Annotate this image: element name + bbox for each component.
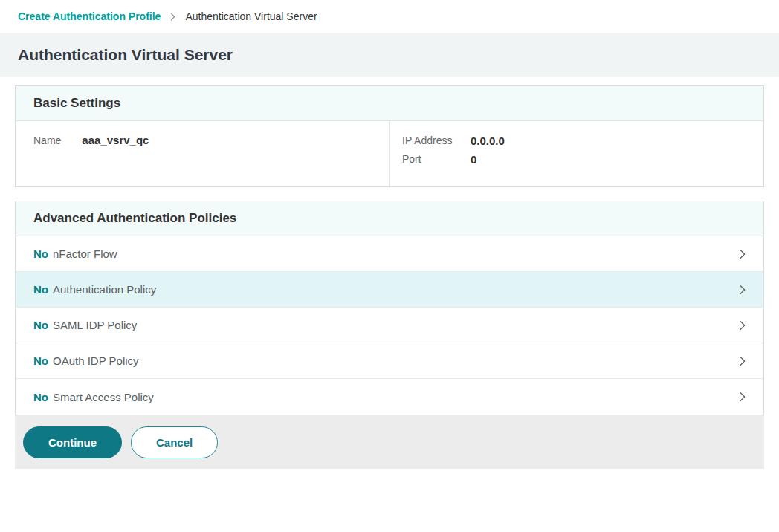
port-value: 0 xyxy=(471,153,476,166)
port-row: Port 0 xyxy=(402,153,751,166)
port-label: Port xyxy=(402,153,471,166)
chevron-right-icon xyxy=(737,284,749,296)
policy-label: OAuth IDP Policy xyxy=(53,354,139,367)
policy-count: No xyxy=(33,283,48,296)
policy-row-smart-access-policy[interactable]: No Smart Access Policy xyxy=(16,379,763,415)
breadcrumb: Create Authentication Profile Authentica… xyxy=(0,0,779,33)
chevron-right-icon xyxy=(737,248,749,260)
page-title: Authentication Virtual Server xyxy=(18,46,233,64)
policy-count: No xyxy=(33,391,48,403)
advanced-policies-card: Advanced Authentication Policies No nFac… xyxy=(15,201,764,415)
cancel-button[interactable]: Cancel xyxy=(131,426,218,458)
basic-settings-title: Basic Settings xyxy=(33,96,746,111)
policy-count: No xyxy=(33,247,48,260)
ip-address-value: 0.0.0.0 xyxy=(471,134,505,147)
chevron-right-icon xyxy=(168,12,178,22)
policy-label: Authentication Policy xyxy=(53,283,156,296)
policy-count: No xyxy=(33,319,48,331)
chevron-right-icon xyxy=(737,391,749,403)
policy-label: SAML IDP Policy xyxy=(53,319,137,331)
advanced-policies-header: Advanced Authentication Policies xyxy=(16,201,763,236)
policy-row-saml-idp-policy[interactable]: No SAML IDP Policy xyxy=(16,308,763,343)
ip-address-label: IP Address xyxy=(402,134,471,147)
ip-address-row: IP Address 0.0.0.0 xyxy=(402,134,751,147)
page-title-band: Authentication Virtual Server xyxy=(0,33,779,77)
breadcrumb-current: Authentication Virtual Server xyxy=(185,10,317,22)
continue-button[interactable]: Continue xyxy=(23,426,122,458)
basic-settings-left-column: Name aaa_vsrv_qc xyxy=(16,121,390,186)
chevron-right-icon xyxy=(737,319,749,331)
advanced-policies-title: Advanced Authentication Policies xyxy=(33,211,746,226)
basic-settings-content: Name aaa_vsrv_qc IP Address 0.0.0.0 Port… xyxy=(16,121,763,186)
basic-settings-header: Basic Settings xyxy=(16,86,763,121)
name-label: Name xyxy=(33,134,61,146)
policy-label: nFactor Flow xyxy=(53,247,117,260)
policy-row-nfactor-flow[interactable]: No nFactor Flow xyxy=(16,236,763,272)
policy-row-oauth-idp-policy[interactable]: No OAuth IDP Policy xyxy=(16,343,763,379)
action-bar: Continue Cancel xyxy=(15,415,764,469)
policy-count: No xyxy=(33,354,48,367)
name-value: aaa_vsrv_qc xyxy=(82,134,149,146)
basic-settings-right-column: IP Address 0.0.0.0 Port 0 xyxy=(390,121,763,186)
policy-row-authentication-policy[interactable]: No Authentication Policy xyxy=(16,272,763,308)
policy-label: Smart Access Policy xyxy=(53,391,154,403)
chevron-right-icon xyxy=(737,355,749,367)
basic-settings-card: Basic Settings Name aaa_vsrv_qc IP Addre… xyxy=(15,85,764,187)
breadcrumb-link-create-authentication-profile[interactable]: Create Authentication Profile xyxy=(18,10,161,22)
